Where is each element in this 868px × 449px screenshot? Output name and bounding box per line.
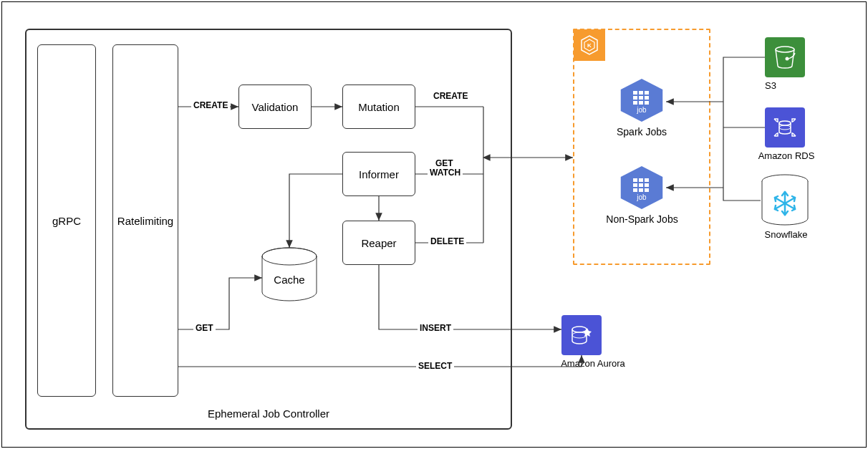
svg-point-9 xyxy=(779,121,791,125)
rds-icon xyxy=(765,107,805,148)
informer-node: Informer xyxy=(342,152,415,196)
ratelimiting-block: Ratelimiting xyxy=(112,44,178,397)
cache-label: Cache xyxy=(271,274,307,286)
svg-text:K: K xyxy=(587,42,592,49)
edge-label-insert: INSERT xyxy=(418,324,453,333)
edge-label-create-1: CREATE xyxy=(191,101,230,110)
s3-icon xyxy=(765,37,805,77)
grpc-block: gRPC xyxy=(37,44,96,397)
s3-label: S3 xyxy=(765,80,805,91)
aurora-label: Amazon Aurora xyxy=(554,358,632,369)
svg-point-6 xyxy=(572,332,587,338)
eks-icon: K xyxy=(574,29,605,61)
svg-point-7 xyxy=(776,47,794,52)
svg-point-10 xyxy=(779,125,791,130)
mutation-node: Mutation xyxy=(342,85,415,129)
reaper-node: Reaper xyxy=(342,221,415,265)
validation-node: Validation xyxy=(238,85,312,129)
snowflake-label: Snowflake xyxy=(759,229,813,240)
edge-label-get-2: GET xyxy=(193,324,216,333)
edge-label-create-2: CREATE xyxy=(431,92,470,101)
controller-title: Ephemeral Job Controller xyxy=(26,407,511,420)
nonspark-jobs-label: Non-Spark Jobs xyxy=(594,213,690,225)
edge-label-select: SELECT xyxy=(416,362,454,371)
aurora-icon xyxy=(561,315,602,355)
kubernetes-cluster-box: K xyxy=(573,29,710,265)
spark-jobs-label: Spark Jobs xyxy=(602,126,682,137)
rds-label: Amazon RDS xyxy=(754,150,819,161)
edge-label-watch: WATCH xyxy=(428,168,463,178)
svg-point-8 xyxy=(786,57,789,61)
edge-label-delete: DELETE xyxy=(428,237,466,246)
